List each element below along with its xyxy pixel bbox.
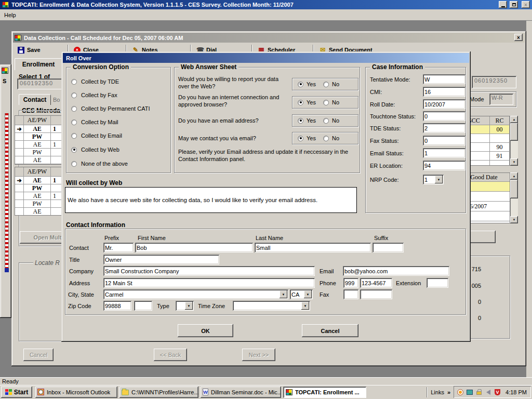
chevron-right-icon[interactable]: » [446,389,454,395]
cancel-nav-button[interactable]: Cancel [23,349,54,361]
yes-radio-icon[interactable] [298,136,303,141]
menu-help[interactable]: Help [0,12,20,18]
tray-clock-icon[interactable] [457,389,463,395]
chevron-down-icon[interactable]: ▼ [304,290,312,298]
nrp-code-select[interactable]: 1▼ [423,175,444,184]
close-button[interactable]: × [522,1,530,8]
case-information-label: Case Information [370,63,425,71]
radio-icon[interactable] [71,119,77,125]
next-label: Next >> [249,352,269,358]
fax-area-field[interactable] [343,289,358,299]
rc-cell [490,161,510,166]
city-combobox[interactable]: Carmel▼ [103,289,288,299]
radio-icon[interactable] [71,133,77,139]
save-button[interactable]: Save [14,47,66,54]
title-field[interactable]: Owner [103,255,219,264]
option-label: Collect by TDE [81,78,119,85]
scroll-up-icon[interactable]: ▲ [510,116,518,123]
chevron-down-icon[interactable]: ▼ [185,302,193,310]
option-collect-by-web[interactable]: Collect by Web [71,147,119,153]
phone-number-field[interactable]: 123-4567 [360,278,392,288]
scroll-thumb[interactable] [510,180,518,198]
yes-radio-icon[interactable] [298,100,303,105]
option-collect-by-fax[interactable]: Collect by Fax [71,92,117,98]
next-button[interactable]: Next >> [242,349,275,361]
email-status-field[interactable]: 1 [423,148,466,158]
roll-date-field[interactable]: 10/2007 [423,99,466,109]
taskbar-clock[interactable]: 4:18 PM [503,389,527,395]
case-id-field-right[interactable]: 060192350 [472,76,516,88]
type-cell: AE [24,177,51,184]
radio-icon[interactable] [71,106,77,112]
address-field[interactable]: 12 Main St [103,278,315,288]
radio-icon[interactable] [71,92,77,98]
no-radio-icon[interactable] [323,118,329,124]
first-name-field[interactable]: Bob [135,243,253,252]
type-combobox[interactable]: ▼ [176,301,194,311]
suffix-field[interactable] [373,243,404,252]
system-tray: V 4:18 PM [454,386,531,398]
option-collect-by-permanent-cati[interactable]: Collect by Permanent CATI [71,105,150,112]
task-button-topcati-active[interactable]: TOPCATI: Enrollment ... [283,387,366,398]
radio-icon-selected[interactable] [71,147,77,153]
er-location-field[interactable]: 94 [423,161,466,170]
good-date-scrollbar[interactable]: ▲ ▼ [510,172,518,223]
ok-button[interactable]: OK [178,324,233,337]
radio-icon[interactable] [71,79,77,85]
links-toolbar-label[interactable]: Links [429,389,446,395]
minimize-button[interactable] [499,1,507,8]
field-value: 0 [424,113,428,119]
time-zone-combobox[interactable]: ▼ [233,301,310,311]
scroll-up-icon[interactable]: ▲ [510,172,518,180]
last-name-field[interactable]: Small [255,243,371,252]
radio-icon[interactable] [71,161,77,167]
tde-status-field[interactable]: 2 [423,123,466,133]
tray-speaker-icon[interactable] [485,389,491,395]
case-id-field[interactable]: 060192350 [17,78,67,89]
yes-radio-icon[interactable] [298,118,303,124]
no-label: No [332,117,339,124]
data-collection-close-icon[interactable]: × [514,34,523,41]
task-button-word[interactable]: WDillman Seminar.doc - Mic... [201,387,281,398]
chevron-down-icon[interactable]: ▼ [301,302,309,310]
restore-button[interactable] [510,1,518,8]
app-title: TOPCATI: Enrollment & Data Collection Sy… [11,2,496,8]
yes-radio-icon[interactable] [298,82,303,87]
task-button-folder[interactable]: C:\WINNT\Profiles\Harre... [119,387,198,398]
back-button[interactable]: << Back [154,349,187,361]
scroll-down-icon[interactable]: ▼ [510,158,518,166]
no-radio-icon[interactable] [323,82,329,87]
company-field[interactable]: Small Construction Company [103,266,315,276]
option-collect-by-tde[interactable]: Collect by TDE [71,78,119,85]
prefix-field[interactable]: Mr. [103,243,134,252]
option-none-of-the-above[interactable]: None of the above [71,161,128,167]
cmi-field[interactable]: 16 [423,87,466,97]
scroll-thumb[interactable] [510,123,518,141]
chevron-down-icon[interactable]: ▼ [280,290,287,298]
tab-enrollment[interactable]: Enrollment [15,58,62,70]
no-radio-icon[interactable] [323,100,329,105]
touchtone-status-field[interactable]: 0 [423,111,466,121]
tray-shield-icon[interactable]: V [494,389,501,395]
zip-code-field[interactable]: 99888 [103,301,131,311]
extension-field[interactable] [427,278,448,288]
tentative-mode-field[interactable]: W [423,74,466,84]
tray-display-icon[interactable] [466,389,473,395]
option-collect-by-mail[interactable]: Collect by Mail [71,119,118,125]
tab-contact[interactable]: Contact [19,94,51,105]
chevron-down-icon[interactable]: ▼ [435,176,443,183]
fax-status-field[interactable]: 0 [423,136,466,145]
scroll-down-icon[interactable]: ▼ [510,216,518,223]
fax-number-field[interactable] [360,289,392,299]
tray-lock-icon[interactable] [475,389,482,395]
task-button-outlook[interactable]: Inbox - Microsoft Outlook [35,387,117,398]
cancel-button[interactable]: Cancel [302,324,358,337]
option-collect-by-email[interactable]: Collect by Email [71,132,122,139]
gcc-rc-scrollbar[interactable]: ▲ ▼ [510,116,518,166]
phone-area-field[interactable]: 999 [343,278,358,288]
zip-plus4-field[interactable] [134,301,152,311]
start-button[interactable]: Start [1,387,32,398]
no-radio-icon[interactable] [323,136,329,141]
email-field[interactable]: bob@yahoo.com [343,266,449,276]
state-combobox[interactable]: CA▼ [290,289,313,299]
